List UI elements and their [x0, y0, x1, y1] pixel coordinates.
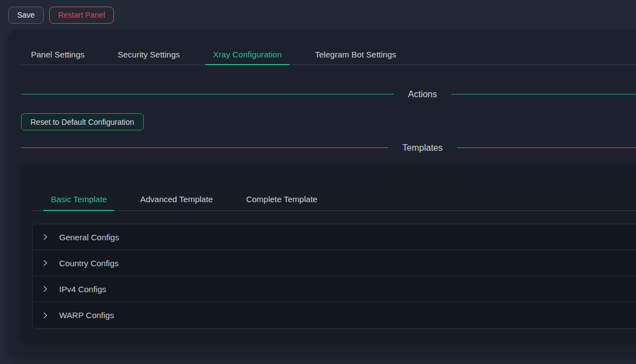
collapse-ipv4-configs[interactable]: IPv4 Configs: [33, 276, 636, 302]
tab-complete-template[interactable]: Complete Template: [238, 188, 325, 210]
tab-advanced-template[interactable]: Advanced Template: [132, 188, 220, 210]
collapse-label: WARP Configs: [59, 310, 114, 320]
collapse-general-configs[interactable]: General Configs: [33, 224, 636, 250]
collapse-label: Country Configs: [59, 259, 119, 268]
templates-section-title: Templates: [388, 143, 457, 153]
settings-card: Panel Settings Security Settings Xray Co…: [8, 30, 636, 356]
collapse-label: IPv4 Configs: [59, 284, 106, 294]
save-button[interactable]: Save: [8, 7, 44, 24]
config-collapse-list: General Configs Country Configs IPv4 Con…: [32, 224, 636, 329]
collapse-country-configs[interactable]: Country Configs: [33, 250, 636, 276]
actions-section: Reset to Default Configuration: [21, 113, 636, 130]
main-tabbar: Panel Settings Security Settings Xray Co…: [21, 43, 636, 65]
tab-xray-configuration[interactable]: Xray Configuration: [205, 43, 289, 65]
restart-panel-button[interactable]: Restart Panel: [49, 7, 114, 24]
tab-panel-settings[interactable]: Panel Settings: [23, 43, 92, 65]
divider-line: [21, 147, 388, 148]
collapse-label: General Configs: [59, 233, 119, 242]
divider-line: [451, 94, 636, 94]
chevron-right-icon: [42, 286, 49, 292]
tab-security-settings[interactable]: Security Settings: [110, 43, 188, 65]
template-tabbar: Basic Template Advanced Template Complet…: [32, 188, 636, 211]
divider-line: [21, 94, 394, 94]
chevron-right-icon: [42, 234, 49, 240]
chevron-right-icon: [42, 312, 49, 319]
actions-divider: Actions: [21, 88, 636, 100]
topbar: Save Restart Panel: [0, 0, 636, 30]
reset-to-default-button[interactable]: Reset to Default Configuration: [21, 113, 144, 130]
collapse-warp-configs[interactable]: WARP Configs: [33, 302, 636, 328]
actions-section-title: Actions: [394, 89, 451, 99]
chevron-right-icon: [42, 260, 49, 266]
tab-telegram-bot-settings[interactable]: Telegram Bot Settings: [307, 43, 404, 65]
templates-card: Basic Template Advanced Template Complet…: [21, 163, 636, 342]
templates-divider: Templates: [21, 142, 636, 154]
divider-line: [457, 147, 636, 148]
tab-basic-template[interactable]: Basic Template: [43, 188, 114, 210]
